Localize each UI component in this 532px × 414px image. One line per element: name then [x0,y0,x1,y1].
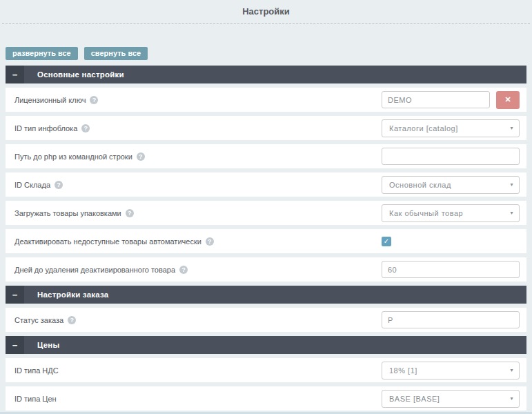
section-title: Цены [37,341,60,349]
field-label-text: Деактивировать недоступные товары автома… [14,237,201,246]
field-control: ✕ [382,91,520,109]
check-icon: ✓ [384,238,389,245]
field-control [382,311,520,328]
vat-type-row: ID типа НДС 18% [1] ▾ [6,358,526,382]
license-key-row: Лицензионный ключ ? ✕ [6,88,526,112]
select-value: Как обычный товар [389,209,463,217]
field-label-text: ID типа Цен [14,395,57,403]
chevron-down-icon: ▾ [510,395,513,402]
select-value: BASE [BASE] [389,395,440,403]
field-control: Основной склад ▾ [382,176,520,194]
field-control: ✓ [382,237,520,246]
help-icon[interactable]: ? [55,181,63,189]
field-label-text: Путь до php из командной строки [14,152,132,161]
field-label: ID типа Цен [14,395,57,403]
field-label: Статус заказа ? [14,316,76,324]
field-label-text: ID тип инфоблока [14,124,77,132]
collapse-all-button[interactable]: свернуть все [84,47,148,60]
field-label: Путь до php из командной строки ? [14,152,145,161]
minus-icon: − [12,290,18,299]
delete-icon: ✕ [504,95,511,103]
field-label: Деактивировать недоступные товары автома… [14,237,214,246]
field-label-text: ID типа НДС [14,366,59,375]
help-icon[interactable]: ? [206,237,214,246]
field-label-text: Статус заказа [14,316,63,324]
field-control: BASE [BASE] ▾ [382,390,520,408]
field-control: 18% [1] ▾ [382,362,520,379]
field-control [382,261,520,278]
chevron-down-icon: ▾ [510,367,513,373]
section-title: Основные настройки [37,70,124,79]
deactivate-checkbox[interactable]: ✓ [382,237,391,246]
minus-icon: − [12,341,18,350]
price-type-row: ID типа Цен BASE [BASE] ▾ [6,386,526,411]
section-header-main: − Основные настройки [6,66,526,83]
chevron-down-icon: ▾ [510,125,513,131]
expand-all-button[interactable]: развернуть все [6,47,78,60]
select-value: 18% [1] [389,366,417,375]
chevron-down-icon: ▾ [510,181,513,188]
warehouse-row: ID Склада ? Основной склад ▾ [6,172,526,197]
field-label: Лицензионный ключ ? [14,96,98,104]
field-label: ID типа НДС [14,366,59,375]
section-header-order: − Настройки заказа [6,286,526,304]
section-header-prices: − Цены [6,336,526,354]
field-label: ID Склада ? [14,181,63,189]
select-value: Каталоги [catalog] [389,124,458,132]
field-control: Каталоги [catalog] ▾ [382,119,520,137]
order-status-row: Статус заказа ? [6,308,526,332]
help-icon[interactable]: ? [137,152,145,161]
dashed-divider [2,23,530,24]
days-to-delete-row: Дней до удаления деактивированного товар… [6,257,526,282]
help-icon[interactable]: ? [179,266,188,274]
field-label-text: Дней до удаления деактивированного товар… [14,266,175,274]
field-control: Как обычный товар ▾ [382,204,520,222]
days-to-delete-input[interactable] [382,261,520,278]
infoblock-type-select[interactable]: Каталоги [catalog] ▾ [382,119,520,137]
deactivate-row: Деактивировать недоступные товары автома… [6,229,526,253]
field-control [382,148,520,165]
help-icon[interactable]: ? [126,209,134,217]
select-value: Основной склад [389,181,451,189]
field-label: ID тип инфоблока ? [14,124,90,132]
license-key-input[interactable] [382,91,490,108]
order-status-input[interactable] [382,311,520,328]
packaging-select[interactable]: Как обычный товар ▾ [382,204,520,222]
price-type-select[interactable]: BASE [BASE] ▾ [382,390,520,408]
page-title: Настройки [0,0,532,23]
chevron-down-icon: ▾ [510,210,513,216]
warehouse-select[interactable]: Основной склад ▾ [382,176,520,194]
field-label: Дней до удаления деактивированного товар… [14,266,188,274]
infoblock-type-row: ID тип инфоблока ? Каталоги [catalog] ▾ [6,116,526,140]
toolbar: развернуть все свернуть все [6,47,526,60]
section-title: Настройки заказа [37,290,108,299]
field-label: Загружать товары упаковками ? [14,209,134,217]
packaging-row: Загружать товары упаковками ? Как обычны… [6,201,526,225]
help-icon[interactable]: ? [68,316,76,324]
help-icon[interactable]: ? [81,124,90,132]
php-path-row: Путь до php из командной строки ? [6,144,526,168]
clear-license-button[interactable]: ✕ [496,91,520,109]
minus-icon: − [12,70,18,79]
collapse-section-button[interactable]: − [6,66,24,83]
field-label-text: Лицензионный ключ [14,96,86,104]
help-icon[interactable]: ? [90,96,98,104]
field-label-text: ID Склада [14,181,50,189]
field-label-text: Загружать товары упаковками [14,209,121,217]
vat-type-select[interactable]: 18% [1] ▾ [382,362,520,379]
collapse-section-button[interactable]: − [6,286,24,304]
php-path-input[interactable] [382,148,520,165]
collapse-section-button[interactable]: − [6,336,24,354]
